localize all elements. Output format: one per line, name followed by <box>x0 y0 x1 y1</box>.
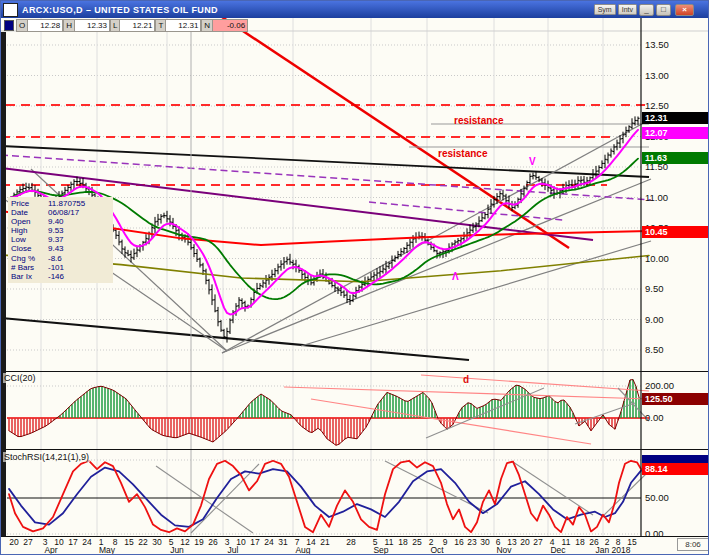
svg-text:9.00: 9.00 <box>645 314 664 325</box>
svg-text:13.00: 13.00 <box>645 70 669 81</box>
quote-field-label: H <box>63 19 75 32</box>
x-tick: 10 <box>236 537 246 547</box>
x-tick: 24 <box>82 537 92 547</box>
x-tick: 26 <box>208 537 218 547</box>
cci-panel-label: CCI(20) <box>3 373 37 383</box>
resistance-label: resistance <box>438 148 487 159</box>
x-tick: 20 <box>9 537 19 547</box>
x-tick: 17 <box>250 537 260 547</box>
x-tick: 20 <box>520 537 530 547</box>
svg-text:13.50: 13.50 <box>645 39 669 50</box>
chart-annotation: Λ <box>452 271 459 282</box>
quote-indicator-square <box>4 20 14 31</box>
quote-field-label: N <box>201 19 213 32</box>
x-tick: 22 <box>138 537 148 547</box>
x-tick: 15 <box>124 537 134 547</box>
axis-value-badge: 10.45 <box>642 226 709 238</box>
x-tick: 31 <box>278 537 288 547</box>
x-month-label: Jan 2018 <box>596 545 631 555</box>
x-tick: 19 <box>194 537 204 547</box>
data-panel-row: Chg %-8.6 <box>11 254 110 263</box>
data-panel-row: # Bars-101 <box>11 263 110 272</box>
x-tick: 14 <box>306 537 316 547</box>
data-panel-row: Low9.37 <box>11 235 110 244</box>
quote-field-label: O <box>16 19 28 32</box>
svg-text:0.00: 0.00 <box>645 412 664 423</box>
quote-field-label: T <box>155 19 166 32</box>
x-tick: 8 <box>113 537 118 547</box>
svg-text:50.00: 50.00 <box>645 492 669 503</box>
x-tick: 8 <box>616 537 621 547</box>
axis-value-badge: 11.63 <box>642 152 709 164</box>
chart-annotation: V <box>529 156 536 167</box>
x-tick: 12 <box>180 537 190 547</box>
svg-text:10.00: 10.00 <box>645 253 669 264</box>
data-panel: Price11.870755Date06/08/17Open9.40High9.… <box>8 197 113 283</box>
x-tick: 17 <box>68 537 78 547</box>
window-title: ARCX:USO,D – UNITED STATES OIL FUND <box>22 5 594 15</box>
quote-field-value: 12.21 <box>120 19 155 32</box>
title-bar[interactable]: ARCX:USO,D – UNITED STATES OIL FUND Sym … <box>1 1 708 18</box>
x-tick: 16 <box>454 537 464 547</box>
x-tick: 30 <box>152 537 162 547</box>
axis-value-badge: 125.50 <box>642 393 709 405</box>
chart-window: 13.5013.0012.5012.0011.5011.0010.5010.00… <box>0 0 709 555</box>
stochrsi-panel-label: StochRSI(14,21(1),9) <box>3 452 90 462</box>
data-panel-row: High9.53 <box>11 226 110 235</box>
quote-field-value: 12.28 <box>28 19 63 32</box>
data-panel-row: Close9.43 <box>11 244 110 253</box>
x-tick: 15 <box>627 537 637 547</box>
quote-field-label: L <box>110 19 120 32</box>
maximize-button[interactable]: □ <box>656 4 671 16</box>
axis-value-badge: 12.07 <box>642 127 709 139</box>
axis-value-badge: 88.14 <box>642 463 709 475</box>
x-tick: 27 <box>23 537 33 547</box>
x-tick: 10 <box>54 537 64 547</box>
close-button[interactable]: × <box>675 4 694 16</box>
x-tick: 27 <box>533 537 543 547</box>
x-tick: 28 <box>346 537 356 547</box>
svg-text:12.50: 12.50 <box>645 100 669 111</box>
resistance-label: resistance <box>454 115 503 126</box>
quote-field-value: -0.06 <box>213 19 248 32</box>
data-panel-row: Price11.870755 <box>11 199 110 208</box>
x-tick: 24 <box>264 537 274 547</box>
chart-annotation: d <box>463 374 469 385</box>
data-panel-row: Date06/08/17 <box>11 208 110 217</box>
data-panel-row: Bar Ix-146 <box>11 272 110 281</box>
x-tick: 30 <box>480 537 490 547</box>
sym-button[interactable]: Sym <box>594 4 616 15</box>
svg-text:0.00: 0.00 <box>645 528 664 539</box>
axis-value-badge: 12.31 <box>642 112 709 124</box>
x-tick: 25 <box>412 537 422 547</box>
svg-text:200.00: 200.00 <box>645 380 674 391</box>
x-tick: 21 <box>320 537 330 547</box>
quote-field-value: 12.31 <box>166 19 201 32</box>
quote-bar: O12.28H12.33L12.21T12.31N-0.06 <box>1 18 248 32</box>
x-tick: 11 <box>385 537 394 547</box>
x-tick: 13 <box>507 537 517 547</box>
x-tick: 18 <box>575 537 585 547</box>
x-tick: 18 <box>398 537 408 547</box>
app-icon <box>3 3 18 17</box>
svg-text:11.00: 11.00 <box>645 192 668 203</box>
svg-text:8.50: 8.50 <box>645 344 664 355</box>
svg-text:9.50: 9.50 <box>645 283 664 294</box>
intv-button[interactable]: Intv <box>618 4 637 15</box>
x-tick: 11 <box>562 537 571 547</box>
data-panel-row: Open9.40 <box>11 217 110 226</box>
x-tick: 9 <box>443 537 448 547</box>
minimize-button[interactable]: _ <box>639 4 654 16</box>
x-tick: 23 <box>467 537 477 547</box>
quote-field-value: 12.33 <box>75 19 110 32</box>
clock: 8:06 <box>677 538 709 551</box>
